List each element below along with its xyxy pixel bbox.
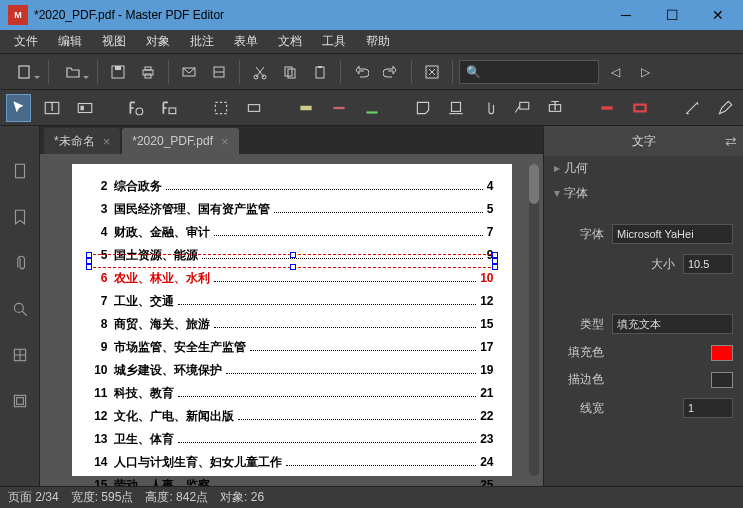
attachments-panel-button[interactable] — [5, 248, 35, 278]
section-geometry[interactable]: ▸几何 — [544, 156, 743, 181]
panel-settings-icon[interactable]: ⇄ — [725, 133, 737, 149]
menu-document[interactable]: 文档 — [268, 30, 312, 53]
font-label: 字体 — [554, 226, 604, 243]
marquee-tool[interactable] — [209, 94, 234, 122]
menu-file[interactable]: 文件 — [4, 30, 48, 53]
menu-object[interactable]: 对象 — [136, 30, 180, 53]
toc-row[interactable]: 6农业、林业、水利10 — [90, 270, 494, 287]
size-input[interactable]: 10.5 — [683, 254, 733, 274]
menu-form[interactable]: 表单 — [224, 30, 268, 53]
font-select[interactable]: Microsoft YaHei — [612, 224, 733, 244]
selection-handle[interactable] — [86, 264, 92, 270]
zoom-fit-button[interactable] — [418, 58, 446, 86]
type-select[interactable]: 填充文本 — [612, 314, 733, 334]
redo-button[interactable] — [377, 58, 405, 86]
menu-annotate[interactable]: 批注 — [180, 30, 224, 53]
save-button[interactable] — [104, 58, 132, 86]
search-panel-button[interactable] — [5, 294, 35, 324]
measure-tool[interactable] — [679, 94, 704, 122]
textbox-tool[interactable]: T — [543, 94, 568, 122]
scrollbar-vertical[interactable] — [529, 164, 539, 476]
tab-document[interactable]: *2020_PDF.pdf× — [122, 128, 238, 154]
shape-color-tool[interactable] — [627, 94, 652, 122]
svg-rect-22 — [215, 102, 226, 113]
document-tabs: *未命名× *2020_PDF.pdf× — [40, 126, 543, 154]
line-color-tool[interactable] — [594, 94, 619, 122]
print-button[interactable] — [134, 58, 162, 86]
pencil-tool[interactable] — [712, 94, 737, 122]
pdf-page[interactable]: 2综合政务43国民经济管理、国有资产监管54财政、金融、审计75国土资源、能源9… — [72, 164, 512, 476]
fill-label: 填充色 — [554, 344, 604, 361]
note-tool[interactable] — [411, 94, 436, 122]
linewidth-input[interactable]: 1 — [683, 398, 733, 418]
selection-handle[interactable] — [290, 252, 296, 258]
app-logo-icon: M — [8, 5, 28, 25]
minimize-button[interactable]: ─ — [603, 0, 649, 30]
layers-panel-button[interactable] — [5, 340, 35, 370]
toc-row[interactable]: 12文化、广电、新闻出版22 — [90, 408, 494, 425]
callout-tool[interactable] — [510, 94, 535, 122]
cut-button[interactable] — [246, 58, 274, 86]
document-area[interactable]: 2综合政务43国民经济管理、国有资产监管54财政、金融、审计75国土资源、能源9… — [40, 154, 543, 486]
select-tool[interactable] — [6, 94, 31, 122]
toc-row[interactable]: 11科技、教育21 — [90, 385, 494, 402]
selection-handle[interactable] — [290, 264, 296, 270]
window-title: *2020_PDF.pdf - Master PDF Editor — [34, 8, 603, 22]
toc-row[interactable]: 9市场监管、安全生产监管17 — [90, 339, 494, 356]
attach-tool[interactable] — [477, 94, 502, 122]
email-button[interactable] — [175, 58, 203, 86]
toc-row[interactable]: 3国民经济管理、国有资产监管5 — [90, 201, 494, 218]
bookmarks-panel-button[interactable] — [5, 202, 35, 232]
link-tool[interactable] — [242, 94, 267, 122]
toc-row[interactable]: 2综合政务4 — [90, 178, 494, 195]
signatures-panel-button[interactable] — [5, 386, 35, 416]
strikeout-tool[interactable] — [326, 94, 351, 122]
svg-rect-33 — [634, 104, 645, 111]
scan-button[interactable] — [205, 58, 233, 86]
search-icon: 🔍 — [466, 65, 481, 79]
new-button[interactable] — [6, 58, 42, 86]
search-next-button[interactable]: ▷ — [631, 58, 659, 86]
paste-button[interactable] — [306, 58, 334, 86]
toc-row[interactable]: 14人口与计划生育、妇女儿童工作24 — [90, 454, 494, 471]
undo-button[interactable] — [347, 58, 375, 86]
svg-point-20 — [136, 108, 143, 115]
edit-form-tool[interactable] — [72, 94, 97, 122]
menu-edit[interactable]: 编辑 — [48, 30, 92, 53]
scrollbar-thumb[interactable] — [529, 164, 539, 204]
toc-row[interactable]: 7工业、交通12 — [90, 293, 494, 310]
underline-tool[interactable] — [359, 94, 384, 122]
toc-row[interactable]: 8商贸、海关、旅游15 — [90, 316, 494, 333]
close-button[interactable]: ✕ — [695, 0, 741, 30]
selection-handle[interactable] — [86, 258, 92, 264]
menu-view[interactable]: 视图 — [92, 30, 136, 53]
menu-help[interactable]: 帮助 — [356, 30, 400, 53]
panel-title: 文字⇄ — [544, 126, 743, 156]
copy-button[interactable] — [276, 58, 304, 86]
tab-untitled[interactable]: *未命名× — [44, 128, 120, 154]
toc-row[interactable]: 13卫生、体育23 — [90, 431, 494, 448]
selection-handle[interactable] — [492, 258, 498, 264]
stroke-color-swatch[interactable] — [711, 372, 733, 388]
toc-row[interactable]: 15劳动、人事、监察25 — [90, 477, 494, 486]
snapshot-tool[interactable] — [157, 94, 182, 122]
toc-row[interactable]: 10城乡建设、环境保护19 — [90, 362, 494, 379]
toc-row[interactable]: 4财政、金融、审计7 — [90, 224, 494, 241]
separator — [239, 60, 240, 84]
maximize-button[interactable]: ☐ — [649, 0, 695, 30]
section-font[interactable]: ▾字体 — [544, 181, 743, 206]
selection-handle[interactable] — [492, 264, 498, 270]
menu-tools[interactable]: 工具 — [312, 30, 356, 53]
close-icon[interactable]: × — [221, 134, 229, 149]
text-tool[interactable]: T — [39, 94, 64, 122]
open-button[interactable] — [55, 58, 91, 86]
highlight-tool[interactable] — [293, 94, 318, 122]
search-prev-button[interactable]: ◁ — [601, 58, 629, 86]
pages-panel-button[interactable] — [5, 156, 35, 186]
svg-rect-41 — [16, 398, 23, 405]
search-input[interactable]: 🔍 — [459, 60, 599, 84]
hand-tool[interactable] — [124, 94, 149, 122]
stamp-tool[interactable] — [444, 94, 469, 122]
close-icon[interactable]: × — [103, 134, 111, 149]
fill-color-swatch[interactable] — [711, 345, 733, 361]
